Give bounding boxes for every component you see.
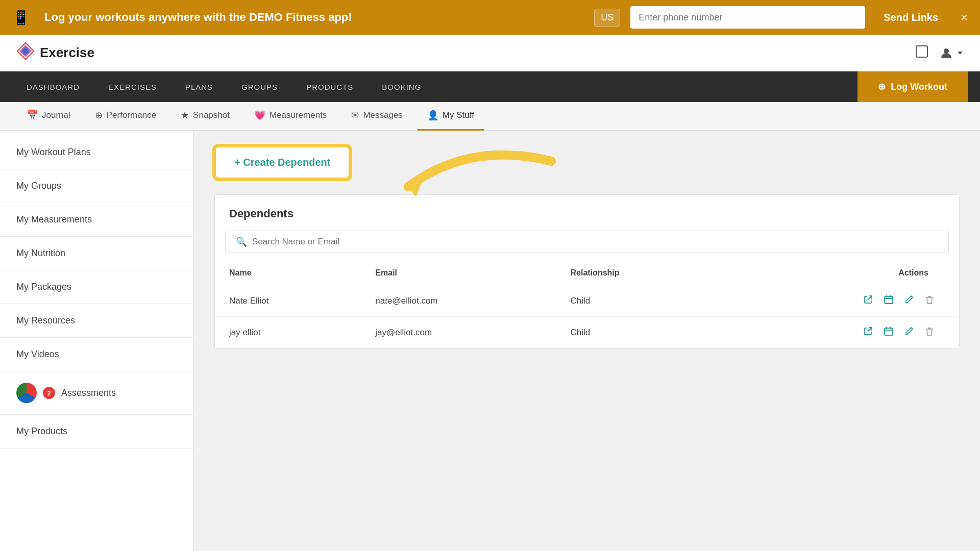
row-actions [737,294,945,307]
dependents-section: Dependents 🔍 Name Email Relationship Act… [214,194,960,348]
sidebar-item-workout-plans[interactable]: My Workout Plans [0,136,193,169]
dependents-title: Dependents [215,195,959,231]
delete-icon[interactable] [924,326,935,339]
assessments-logo-icon [16,383,37,403]
country-selector[interactable]: US [594,9,620,27]
row-relationship: Child [556,285,723,317]
tab-snapshot[interactable]: ★ Snapshot [170,102,240,131]
delete-icon[interactable] [924,294,935,307]
tab-mystuff[interactable]: 👤 My Stuff [417,102,484,131]
col-name: Name [215,261,361,285]
sidebar-item-resources[interactable]: My Resources [0,304,193,338]
square-icon[interactable] [915,44,929,62]
star-icon: ★ [181,110,189,121]
tab-measurements[interactable]: 💗 Measurements [244,102,337,131]
table-row: Nate Elliot nate@elliot.com Child [215,285,959,317]
logo-text: Exercise [40,45,94,61]
search-icon: 🔍 [236,236,247,247]
dependents-table: Name Email Relationship Actions Nate Ell… [215,261,959,348]
col-relationship: Relationship [556,261,723,285]
phone-input[interactable] [630,6,865,29]
svg-rect-6 [885,296,893,304]
col-actions: Actions [723,261,959,285]
calendar-action-icon[interactable] [884,294,894,307]
phone-icon: 📱 [12,9,30,26]
logo-icon [16,42,35,64]
row-name: Nate Elliot [215,285,361,317]
assessments-badge: 2 [43,387,55,399]
nav-dashboard[interactable]: DASHBOARD [12,71,94,102]
edit-icon[interactable] [904,326,914,339]
nav-products[interactable]: PRODUCTS [292,71,368,102]
external-link-icon[interactable] [863,326,873,339]
plus-icon: ⊕ [95,110,103,121]
calendar-icon: 📅 [27,110,38,121]
logo[interactable]: Exercise [16,42,94,64]
row-name: jay elliot [215,317,361,348]
col-email: Email [361,261,556,285]
sidebar-item-measurements[interactable]: My Measurements [0,203,193,237]
header: Exercise [0,35,980,71]
search-bar: 🔍 [225,231,949,253]
content-area: + Create Dependent Dependents 🔍 N [194,131,980,551]
tab-messages[interactable]: ✉ Messages [341,102,412,131]
close-banner-button[interactable]: × [961,10,968,24]
tab-journal[interactable]: 📅 Journal [16,102,81,131]
navbar: DASHBOARD EXERCISES PLANS GROUPS PRODUCT… [0,71,980,102]
row-actions [737,326,945,339]
calendar-action-icon[interactable] [884,326,894,339]
mail-icon: ✉ [351,110,359,121]
table-row: jay elliot jay@elliot.com Child [215,317,959,348]
sidebar: My Workout Plans My Groups My Measuremen… [0,131,194,551]
search-input[interactable] [252,237,938,247]
nav-booking[interactable]: BOOKING [368,71,435,102]
log-workout-button[interactable]: ⊕ Log Workout [857,71,968,102]
svg-rect-3 [916,46,927,57]
sidebar-item-products[interactable]: My Products [0,415,193,448]
edit-icon[interactable] [904,294,914,307]
sidebar-item-nutrition[interactable]: My Nutrition [0,237,193,270]
svg-marker-5 [408,177,424,197]
subnav: 📅 Journal ⊕ Performance ★ Snapshot 💗 Mea… [0,102,980,131]
external-link-icon[interactable] [863,294,873,307]
user-menu[interactable] [939,46,964,60]
sidebar-item-assessments[interactable]: 2 Assessments [0,371,193,415]
nav-exercises[interactable]: EXERCISES [94,71,171,102]
sidebar-item-packages[interactable]: My Packages [0,270,193,304]
tab-performance[interactable]: ⊕ Performance [85,102,166,131]
svg-point-4 [944,48,949,54]
nav-items: DASHBOARD EXERCISES PLANS GROUPS PRODUCT… [12,71,857,102]
row-email: jay@elliot.com [361,317,556,348]
row-email: nate@elliot.com [361,285,556,317]
nav-plans[interactable]: PLANS [171,71,227,102]
arrow-annotation [378,131,572,202]
svg-rect-7 [885,328,893,335]
banner-text: Log your workouts anywhere with the DEMO… [44,11,584,24]
sidebar-item-videos[interactable]: My Videos [0,338,193,371]
create-dependent-button[interactable]: + Create Dependent [214,146,350,179]
nav-groups[interactable]: GROUPS [227,71,292,102]
heart-icon: 💗 [254,110,265,121]
send-links-button[interactable]: Send Links [875,12,946,23]
sidebar-item-groups[interactable]: My Groups [0,169,193,203]
promo-banner: 📱 Log your workouts anywhere with the DE… [0,0,980,35]
user-icon: 👤 [427,110,438,121]
header-icons [915,44,964,62]
row-relationship: Child [556,317,723,348]
main-layout: My Workout Plans My Groups My Measuremen… [0,131,980,551]
plus-circle-icon: ⊕ [878,81,886,92]
assessments-label: Assessments [61,388,116,398]
